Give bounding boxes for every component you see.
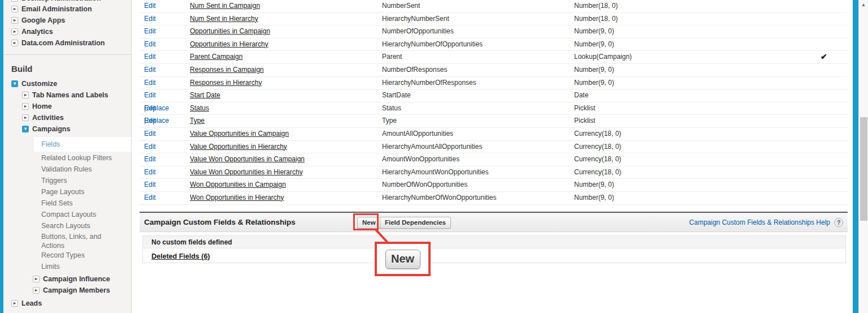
field-label-text: Won Opportunities in Hierarchy <box>190 192 284 204</box>
sidebar-item-label: Tab Names and Labels <box>32 91 108 99</box>
collapse-arrow-icon[interactable]: ▾ <box>22 126 29 132</box>
sidebar-item-customize[interactable]: ▾ Customize <box>3 78 131 89</box>
field-label-text: Opportunities in Hierarchy <box>190 38 268 51</box>
field-data-type: Number(9, 0) <box>574 25 614 38</box>
field-label-text: Value Won Opportunities in Campaign <box>190 153 305 166</box>
edit-link[interactable]: Edit <box>144 102 156 115</box>
expand-arrow-icon[interactable]: ▸ <box>11 40 18 46</box>
sidebar-item-campaign-members[interactable]: ▸Campaign Members <box>3 285 131 296</box>
edit-link[interactable]: Edit <box>144 0 156 12</box>
section-body: No custom fields defined Deleted Fields … <box>142 235 846 263</box>
field-api-name: HierarchyNumberOfOpportunities <box>382 38 483 51</box>
field-label-text: Value Opportunities in Campaign <box>190 128 289 140</box>
sidebar-item-label: Analytics <box>21 28 53 36</box>
field-api-name: Parent <box>382 51 402 63</box>
edit-link[interactable]: Edit <box>144 51 156 63</box>
scroll-up-arrow-icon[interactable]: ▲ <box>859 2 868 7</box>
help-icon[interactable]: ? <box>834 218 843 227</box>
sidebar-item-related-lookup-filters[interactable]: Related Lookup Filters <box>3 152 131 164</box>
edit-link[interactable]: Edit <box>144 141 156 153</box>
table-row: EditNum Sent in CampaignNumberSentNumber… <box>140 0 848 13</box>
sidebar-item-google-apps[interactable]: ▸Google Apps <box>3 15 131 26</box>
sidebar-item-home[interactable]: ▸Home <box>3 101 131 112</box>
field-label-text: Opportunities in Campaign <box>190 25 270 38</box>
edit-link[interactable]: Edit <box>144 25 156 38</box>
sidebar-item-analytics[interactable]: ▸Analytics <box>3 26 131 37</box>
sidebar-item-compact-layouts[interactable]: Compact Layouts <box>3 209 131 220</box>
collapse-arrow-icon[interactable]: ▾ <box>11 80 18 87</box>
vertical-scrollbar[interactable]: ▲ <box>858 0 868 313</box>
sidebar-item-fields-selected[interactable]: Fields <box>34 137 131 152</box>
sidebar-item-search-layouts[interactable]: Search Layouts <box>3 220 131 231</box>
expand-arrow-icon[interactable]: ▸ <box>11 17 18 24</box>
sidebar-item-label: Data.com Administration <box>21 39 105 47</box>
edit-link[interactable]: Edit <box>144 128 156 140</box>
campaign-sub-links: Related Lookup FiltersValidation RulesTr… <box>3 152 131 272</box>
field-data-type: Currency(18, 0) <box>574 153 621 166</box>
edit-link[interactable]: Edit <box>144 115 156 127</box>
sidebar-item-label: Fields <box>41 140 60 148</box>
expand-arrow-icon[interactable]: ▸ <box>11 28 18 35</box>
field-api-name: Status <box>382 102 401 115</box>
table-row: EditParent CampaignParentLookup(Campaign… <box>140 51 848 64</box>
edit-link[interactable]: Edit <box>144 89 156 102</box>
edit-link[interactable]: Edit <box>144 153 156 166</box>
sidebar-item-leads[interactable]: ▸ Leads <box>3 298 131 309</box>
sidebar-item-data-com-administration[interactable]: ▸Data.com Administration <box>3 37 131 49</box>
field-label-text: Value Won Opportunities in Hierarchy <box>190 166 303 179</box>
expand-arrow-icon[interactable]: ▸ <box>22 114 29 121</box>
help-link[interactable]: Campaign Custom Fields & Relationships H… <box>689 218 830 226</box>
edit-link[interactable]: Edit <box>144 77 156 89</box>
expand-arrow-icon[interactable]: ▸ <box>33 287 40 294</box>
expand-arrow-icon[interactable]: ▸ <box>22 103 29 110</box>
indexed-checkmark-icon: ✔ <box>821 51 827 63</box>
empty-message: No custom fields defined <box>143 236 845 248</box>
sidebar-item-campaign-influence[interactable]: ▸Campaign Influence <box>3 273 131 285</box>
expand-arrow-icon[interactable]: ▸ <box>33 276 40 282</box>
sidebar-item-record-types[interactable]: Record Types <box>3 250 131 261</box>
field-data-type: Currency(18, 0) <box>574 141 621 153</box>
sidebar-item-activities[interactable]: ▸Activities <box>3 112 131 123</box>
sidebar-item-validation-rules[interactable]: Validation Rules <box>3 164 131 175</box>
table-row: EditOpportunities in HierarchyHierarchyN… <box>140 38 848 52</box>
field-data-type: Lookup(Campaign) <box>574 51 632 63</box>
sidebar-item-label: Email Administration <box>21 5 92 13</box>
sidebar-item-buttons-links-and-actions[interactable]: Buttons, Links, and Actions <box>3 231 111 250</box>
sidebar-item-page-layouts[interactable]: Page Layouts <box>3 186 131 198</box>
edit-link[interactable]: Edit <box>144 179 156 191</box>
expand-arrow-icon[interactable]: ▸ <box>22 92 29 98</box>
field-data-type: Picklist <box>574 115 595 127</box>
field-data-type: Number(18, 0) <box>574 13 618 25</box>
sidebar-item-campaigns[interactable]: ▾ Campaigns <box>3 123 131 135</box>
field-api-name: NumberOfResponses <box>382 64 447 76</box>
field-data-type: Date <box>574 89 588 102</box>
customize-children: ▸Tab Names and Labels▸Home▸Activities <box>3 89 131 123</box>
edit-link[interactable]: Edit <box>144 38 156 51</box>
section-header: Campaign Custom Fields & Relationships N… <box>140 212 848 232</box>
field-api-name: Type <box>382 115 397 127</box>
expand-arrow-icon[interactable]: ▸ <box>11 300 18 307</box>
sidebar-item-label: Home <box>32 102 52 110</box>
field-dependencies-button[interactable]: Field Dependencies <box>380 217 451 229</box>
magnified-new-button[interactable]: New <box>385 250 420 269</box>
sidebar-item-tab-names-and-labels[interactable]: ▸Tab Names and Labels <box>3 89 131 101</box>
scrollbar-thumb[interactable] <box>860 117 867 221</box>
main-content: EditNum Sent in CampaignNumberSentNumber… <box>132 0 853 313</box>
edit-link[interactable]: Edit <box>144 13 156 25</box>
sidebar-item-label: Activities <box>32 114 64 122</box>
field-api-name: HierarchyNumberOfWonOpportunities <box>382 192 497 204</box>
expand-arrow-icon[interactable]: ▸ <box>11 6 18 12</box>
deleted-fields-link[interactable]: Deleted Fields (6) <box>151 252 210 260</box>
sidebar-item-limits[interactable]: Limits <box>3 261 131 272</box>
sidebar-item-email-administration[interactable]: ▸Email Administration <box>3 3 131 15</box>
sidebar-item-field-sets[interactable]: Field Sets <box>3 198 131 209</box>
edit-link[interactable]: Edit <box>144 166 156 179</box>
edit-link[interactable]: Edit <box>144 64 156 76</box>
sidebar-item-triggers[interactable]: Triggers <box>3 175 131 186</box>
sidebar-item-label: Leads <box>21 299 42 307</box>
right-edge-strip <box>853 0 858 313</box>
sidebar-item-label: Customize <box>21 80 57 88</box>
table-row: EditResponses in CampaignNumberOfRespons… <box>140 64 848 77</box>
setup-sidebar: ▸ Desktop Administration ▸Email Administ… <box>3 0 132 313</box>
edit-link[interactable]: Edit <box>144 192 156 204</box>
